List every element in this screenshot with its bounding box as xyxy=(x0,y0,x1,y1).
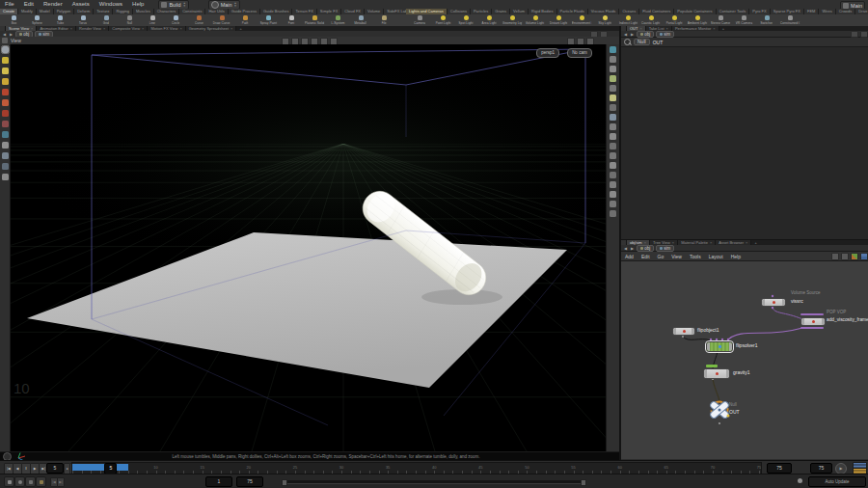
tool-stereo-camera[interactable]: Stereo Camera xyxy=(709,14,732,26)
node-gravity1[interactable]: gravity1 xyxy=(703,368,730,379)
net-path-sim[interactable]: sim xyxy=(656,245,674,252)
net-menu-layout[interactable]: Layout xyxy=(705,254,727,259)
param-tab-add[interactable]: + xyxy=(719,26,727,31)
forward-arrow-icon[interactable]: ▶ xyxy=(9,32,14,37)
tool-null[interactable]: Null xyxy=(118,14,141,26)
param-forward-icon[interactable]: ▶ xyxy=(630,32,635,37)
group-icon[interactable] xyxy=(841,253,849,260)
tool-constrained-camera[interactable]: Constrained Camera xyxy=(778,14,801,26)
menu-assets[interactable]: Assets xyxy=(68,0,95,9)
tool-ambient-light[interactable]: Ambient Light xyxy=(686,14,709,26)
display-toggle-icon-13[interactable] xyxy=(610,172,616,178)
back-arrow-icon[interactable]: ◀ xyxy=(2,32,7,37)
tool-torus[interactable]: Torus xyxy=(71,14,95,26)
tool-environment-light[interactable]: Environment Light xyxy=(570,14,593,26)
node-flipobject1[interactable]: flipobject1 xyxy=(672,327,695,336)
tool-sky-light[interactable]: Sky Light xyxy=(593,14,616,26)
tool-font[interactable]: Font xyxy=(280,14,303,26)
tool-point-light[interactable]: Point Light xyxy=(431,14,454,26)
range-handle-left[interactable] xyxy=(282,479,287,486)
left-tool-icon-2[interactable] xyxy=(2,68,9,74)
tool-volume-light[interactable]: Volume Light xyxy=(524,14,547,26)
left-tool-icon-11[interactable] xyxy=(2,163,9,170)
tool-area-light[interactable]: Area Light xyxy=(477,14,501,26)
range-end-jump[interactable]: ▶| xyxy=(57,477,65,487)
tool-path[interactable]: Path xyxy=(233,14,257,26)
net-menu-view[interactable]: View xyxy=(667,254,686,259)
net-tab-material-palette[interactable]: Material Palette× xyxy=(678,240,716,245)
tab-close-icon[interactable]: × xyxy=(713,26,715,31)
shelf-tab-fem[interactable]: FEM xyxy=(804,9,819,14)
tool-curve[interactable]: Curve xyxy=(187,14,210,26)
tool-caustic-light[interactable]: Caustic Light xyxy=(639,14,663,26)
param-back-icon[interactable]: ◀ xyxy=(623,32,628,37)
tool-tube[interactable]: Tube xyxy=(48,14,71,26)
left-tool-icon-8[interactable] xyxy=(2,131,9,138)
tool-portal-light[interactable]: Portal Light xyxy=(663,14,686,26)
tool-distant-light[interactable]: Distant Light xyxy=(547,14,570,26)
shelf-tab-wires[interactable]: Wires xyxy=(819,9,835,14)
network-editor-canvas[interactable]: Volume Source vissrc POP VOP add_viscosi… xyxy=(621,261,868,459)
display-toggle-icon-12[interactable] xyxy=(610,162,616,169)
tool-camera[interactable]: Camera xyxy=(408,14,431,26)
global-end-field[interactable]: 75 xyxy=(810,463,832,474)
display-toggle-icon-5[interactable] xyxy=(610,95,616,101)
menu-render[interactable]: Render xyxy=(39,0,68,9)
left-tool-icon-3[interactable] xyxy=(2,78,9,85)
param-tab-performance-monitor[interactable]: Performance Monitor× xyxy=(672,26,719,31)
audio-toggle-icon[interactable] xyxy=(25,476,36,487)
net-path-obj[interactable]: obj xyxy=(637,245,654,252)
tool-switcher[interactable]: Switcher xyxy=(755,14,778,26)
tool-vr-camera[interactable]: VR Camera xyxy=(732,14,755,26)
current-frame-field[interactable]: 5 xyxy=(46,463,64,474)
display-toggle-icon-2[interactable] xyxy=(610,66,616,72)
param-path-obj[interactable]: obj xyxy=(637,31,654,38)
color-palette-icon[interactable] xyxy=(851,253,858,260)
camera-pill[interactable]: No cam xyxy=(567,48,592,58)
left-tool-icon-0[interactable] xyxy=(2,46,9,53)
search-icon[interactable] xyxy=(624,39,631,45)
view-name-pill[interactable]: persp1 xyxy=(536,48,559,58)
menu-edit[interactable]: Edit xyxy=(19,0,39,9)
tab-close-icon[interactable]: × xyxy=(710,240,712,245)
anim-options-icon[interactable] xyxy=(36,476,46,487)
node-type-badge[interactable]: Null xyxy=(634,39,650,45)
playback-range-slider[interactable] xyxy=(282,480,586,484)
loop-mode-icon[interactable] xyxy=(14,476,25,487)
net-menu-go[interactable]: Go xyxy=(654,254,668,259)
display-toggle-icon-6[interactable] xyxy=(610,104,616,111)
tool-sphere[interactable]: Sphere xyxy=(25,14,48,26)
left-tool-icon-5[interactable] xyxy=(2,99,9,106)
left-tool-icon-9[interactable] xyxy=(2,142,9,149)
net-back-icon[interactable]: ◀ xyxy=(623,246,628,251)
realtime-toggle-icon[interactable] xyxy=(4,476,14,487)
tool-platonic-solids[interactable]: Platonic Solids xyxy=(303,14,326,26)
shelf-tab-drive-simulation[interactable]: Drive Simulation xyxy=(855,9,868,14)
net-menu-add[interactable]: Add xyxy=(621,254,637,259)
tool-draw-curve[interactable]: Draw Curve xyxy=(210,14,233,26)
shelf-tab-crowds[interactable]: Crowds xyxy=(836,9,856,14)
tool-circle[interactable]: Circle xyxy=(164,14,187,26)
tab-close-icon[interactable]: × xyxy=(746,240,747,245)
left-tool-icon-10[interactable] xyxy=(2,152,9,159)
left-tool-icon-4[interactable] xyxy=(2,89,9,95)
display-toggle-icon-10[interactable] xyxy=(610,143,616,149)
display-toggle-icon-3[interactable] xyxy=(610,75,616,82)
left-tool-icon-7[interactable] xyxy=(2,121,9,127)
display-toggle-icon-17[interactable] xyxy=(610,210,616,217)
tool-l-system[interactable]: L-System xyxy=(326,14,349,26)
param-gear-icon[interactable] xyxy=(860,31,868,38)
node-name-field[interactable]: OUT xyxy=(653,40,664,45)
display-toggle-icon-8[interactable] xyxy=(610,123,616,130)
node-vissrc[interactable]: Volume Source vissrc xyxy=(761,298,786,307)
range-start-field[interactable]: 1 xyxy=(205,476,232,487)
range-handle-right[interactable] xyxy=(581,479,586,486)
tool-metaball[interactable]: Metaball xyxy=(349,14,372,26)
menu-file[interactable]: File xyxy=(0,0,19,9)
display-toggle-icon-4[interactable] xyxy=(610,85,616,92)
node-flipsolver1[interactable]: flipsolver1 xyxy=(706,341,733,352)
net-menu-tools[interactable]: Tools xyxy=(686,254,705,259)
left-tool-icon-1[interactable] xyxy=(2,57,9,64)
display-toggle-icon-11[interactable] xyxy=(610,152,616,159)
net-tab-add[interactable]: + xyxy=(751,240,759,245)
